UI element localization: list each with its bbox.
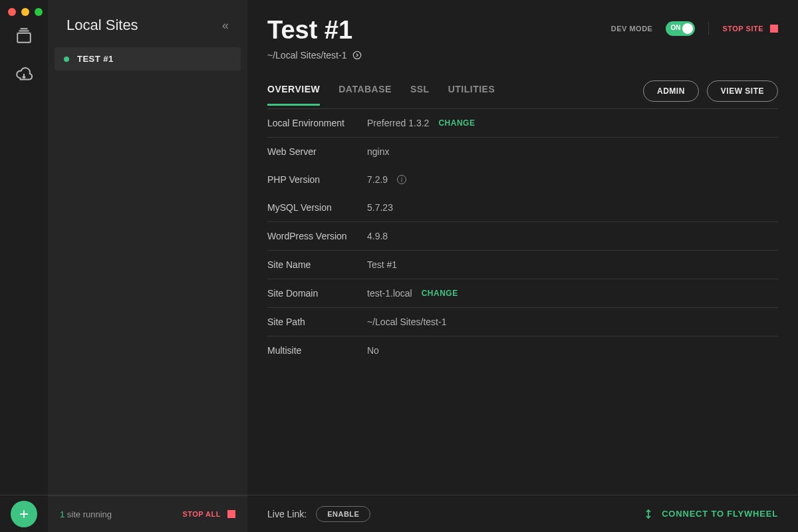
sites-running-status: 1 site running [60,509,112,519]
label-mysql: MySQL Version [267,202,367,213]
change-environment-link[interactable]: CHANGE [438,118,475,128]
label-site-domain: Site Domain [267,288,367,299]
stop-site-label: STOP SITE [722,25,763,33]
toggle-knob-icon [682,23,693,34]
row-site-domain: Site Domain test-1.local CHANGE [267,279,778,308]
dev-mode-toggle[interactable]: ON [666,21,695,36]
label-site-path: Site Path [267,317,367,327]
collapse-sidebar-icon[interactable]: « [222,19,234,33]
value-mysql: 5.7.23 [367,202,393,213]
connect-flywheel-button[interactable]: CONNECT TO FLYWHEEL [643,509,778,519]
dev-mode-label: DEV MODE [611,25,653,33]
value-web-server: nginx [367,146,389,157]
sidebar-site-item[interactable]: TEST #1 [55,47,241,70]
stop-all-button[interactable]: STOP ALL [182,510,235,518]
live-link-label: Live Link: [267,509,307,519]
site-path-text: ~/Local Sites/test-1 [267,50,346,61]
row-mysql: MySQL Version 5.7.23 [267,194,778,222]
view-site-button[interactable]: VIEW SITE [707,80,778,102]
row-multisite: Multisite No [267,336,778,364]
reveal-folder-icon[interactable] [352,50,362,61]
row-site-path: Site Path ~/Local Sites/test-1 [267,308,778,336]
value-wp: 4.9.8 [367,231,388,241]
sidebar-site-label: TEST #1 [77,54,114,64]
sites-icon[interactable] [15,27,33,45]
row-php: PHP Version 7.2.9 i [267,166,778,194]
tab-overview[interactable]: OVERVIEW [267,84,320,106]
nav-rail [0,0,48,495]
stop-site-button[interactable]: STOP SITE [722,25,778,33]
window-traffic-lights[interactable] [8,8,43,16]
divider [708,22,709,35]
label-site-name: Site Name [267,259,367,270]
change-domain-link[interactable]: CHANGE [422,289,458,298]
label-php: PHP Version [267,174,367,185]
running-text: site running [65,509,112,519]
svg-point-1 [354,51,361,59]
tab-ssl[interactable]: SSL [410,84,430,106]
value-site-domain: test-1.local [367,288,412,299]
enable-live-link-button[interactable]: ENABLE [316,506,370,522]
svg-rect-0 [17,33,31,43]
value-site-path: ~/Local Sites/test-1 [367,317,446,327]
connect-flywheel-label: CONNECT TO FLYWHEEL [662,509,778,519]
add-site-button[interactable]: + [11,501,37,527]
sidebar: Local Sites « TEST #1 [48,0,247,495]
label-multisite: Multisite [267,345,367,356]
page-title: Test #1 [267,16,352,45]
row-local-environment: Local Environment Preferred 1.3.2 CHANGE [267,109,778,138]
row-wordpress: WordPress Version 4.9.8 [267,222,778,251]
tab-utilities[interactable]: UTILITIES [448,84,495,106]
stop-icon [770,25,778,33]
label-local-env: Local Environment [267,118,367,128]
close-window-icon[interactable] [8,8,16,16]
value-local-env: Preferred 1.3.2 [367,118,429,128]
cloud-icon[interactable] [15,65,33,84]
status-dot-icon [64,57,69,62]
value-site-name: Test #1 [367,259,397,270]
label-wp: WordPress Version [267,231,367,241]
row-web-server: Web Server nginx [267,138,778,166]
maximize-window-icon[interactable] [35,8,43,16]
row-site-name: Site Name Test #1 [267,251,778,279]
stop-all-label: STOP ALL [182,510,221,518]
value-php: 7.2.9 [367,174,388,185]
main-panel: Test #1 DEV MODE ON STOP SITE ~/Loc [247,0,798,495]
label-web-server: Web Server [267,146,367,157]
info-icon[interactable]: i [397,175,406,184]
toggle-on-label: ON [670,24,680,31]
value-multisite: No [367,345,379,356]
tab-database[interactable]: DATABASE [338,84,392,106]
minimize-window-icon[interactable] [21,8,29,16]
stop-icon [227,510,235,518]
admin-button[interactable]: ADMIN [643,80,699,102]
footer: + 1 site running STOP ALL Live Link: ENA… [0,495,798,532]
sidebar-title: Local Sites [66,17,138,34]
